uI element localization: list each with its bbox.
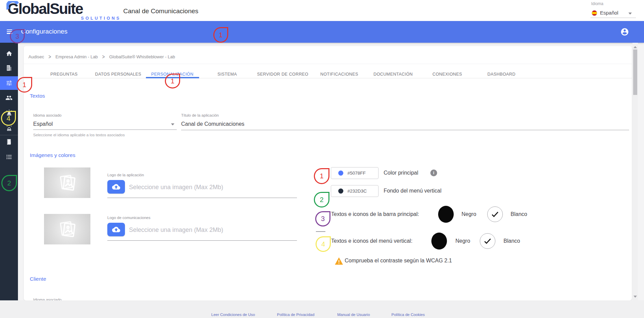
siren-outline-icon — [5, 124, 13, 132]
tab-notificaciones[interactable]: NOTIFICACIONES — [320, 72, 358, 77]
tab-documentacion[interactable]: DOCUMENTACIÓN — [373, 72, 413, 77]
footer-link-manual[interactable]: Manual de Usuario — [337, 313, 370, 317]
app-window: GlobalSuite SOLUTIONS Canal de Comunicac… — [0, 0, 644, 318]
upload-logo-com-button[interactable] — [107, 223, 125, 236]
menu-negro-label: Negro — [455, 238, 470, 244]
language-selector[interactable]: Idioma Español — [591, 1, 637, 19]
footer: Leer Condiciones de Uso Política de Priv… — [0, 300, 644, 318]
vertical-scrollbar[interactable] — [632, 43, 638, 300]
check-icon — [483, 237, 492, 245]
logo-app-file-input[interactable]: Seleccione una imagen (Max 2Mb) — [129, 184, 223, 191]
page-title: Canal de Comunicaciones — [123, 7, 198, 15]
image-placeholder-icon — [57, 218, 78, 240]
section-heading-cliente: Cliente — [30, 276, 46, 282]
barra-principal-label: Textos e iconos de la barra principal: — [331, 211, 419, 217]
sliders-icon — [6, 80, 13, 86]
building-icon — [6, 65, 12, 71]
chevron-right-icon: > — [48, 54, 51, 60]
globalsuite-logo: GlobalSuite SOLUTIONS — [7, 1, 119, 21]
tab-personalizacion[interactable]: PERSONALIZACIÓN — [151, 72, 194, 77]
vertical-menu — [0, 43, 18, 308]
divider-dash — [316, 231, 325, 232]
wcag-warning-text: Comprueba el contraste según la WCAG 2.1 — [345, 258, 452, 264]
sidebar-item-home[interactable] — [0, 47, 18, 60]
logo-com-underline — [107, 240, 297, 241]
appbar: Configuraciones — [0, 21, 644, 43]
barra-blanco-swatch-selected[interactable] — [487, 206, 503, 222]
idioma-underline — [33, 130, 177, 130]
sidebar-item-records[interactable] — [0, 135, 18, 148]
titulo-aplicacion-input[interactable]: Canal de Comunicaciones — [181, 121, 244, 127]
upload-logo-app-button[interactable] — [107, 180, 125, 194]
warning-icon — [335, 257, 343, 265]
list-icon — [6, 154, 13, 160]
color-hex-value: #5078FF — [347, 171, 366, 176]
sidebar-item-list[interactable] — [0, 150, 18, 164]
barra-negro-label: Negro — [461, 211, 476, 217]
chevron-right-icon: > — [102, 54, 105, 60]
logo-arc-icon — [6, 1, 21, 15]
logo-com-file-input[interactable]: Seleccione una imagen (Max 2Mb) — [129, 226, 223, 234]
fondo-menu-label: Fondo del menú vertical — [384, 188, 442, 194]
menu-negro-swatch[interactable] — [431, 233, 447, 250]
logo-com-preview — [44, 214, 90, 244]
spain-flag-icon — [592, 10, 597, 16]
language-label: Idioma — [591, 1, 603, 6]
breadcrumb-item[interactable]: Audisec — [28, 54, 44, 59]
titulo-aplicacion-label: Título de la aplicación — [181, 113, 219, 117]
people-icon — [5, 94, 13, 101]
breadcrumb-item[interactable]: Empresa Admin - Lab — [56, 54, 98, 59]
logo-subtitle: SOLUTIONS — [58, 16, 121, 21]
tab-dashboard[interactable]: DASHBOARD — [488, 72, 516, 77]
tab-preguntas[interactable]: PREGUNTAS — [50, 72, 78, 77]
sidebar-item-settings-active[interactable] — [0, 76, 18, 90]
sidebar-item-users[interactable] — [0, 91, 18, 104]
appbar-title: Configuraciones — [21, 28, 67, 35]
scroll-up-arrow-icon[interactable] — [634, 46, 637, 48]
tab-datos-personales[interactable]: DATOS PERSONALES — [95, 72, 142, 77]
siren-icon — [5, 109, 13, 117]
section-heading-imagenes: Imágenes y colores — [30, 152, 75, 158]
image-placeholder-icon — [57, 172, 78, 194]
info-icon[interactable]: i — [430, 170, 437, 176]
scrollbar-thumb[interactable] — [633, 49, 637, 95]
tab-sistema[interactable]: SISTEMA — [217, 72, 237, 77]
menu-blanco-swatch-selected[interactable] — [480, 233, 495, 249]
language-value: Español — [600, 10, 618, 16]
check-icon — [491, 210, 499, 219]
menu-blanco-label: Blanco — [503, 238, 520, 244]
section-heading-textos: Textos — [30, 93, 45, 99]
titulo-underline — [181, 130, 629, 130]
color-swatch-dot — [338, 171, 343, 176]
account-circle-icon[interactable] — [620, 27, 629, 36]
chevron-down-icon[interactable] — [171, 123, 174, 125]
footer-link-privacidad[interactable]: Política de Privacidad — [277, 313, 315, 317]
footer-link-condiciones[interactable]: Leer Condiciones de Uso — [211, 313, 255, 317]
sidebar-item-company[interactable] — [0, 61, 18, 75]
idioma-asociado-label: Idioma asociado — [33, 113, 62, 117]
logo-app-underline — [107, 198, 297, 198]
idioma-asociado-select[interactable]: Español — [33, 121, 53, 127]
fondo-menu-chip[interactable]: #232D3C — [331, 185, 379, 197]
color-principal-chip[interactable]: #5078FF — [331, 167, 379, 179]
logo-app-preview — [44, 167, 90, 198]
tab-servidor-de-correo[interactable]: SERVIDOR DE CORREO — [257, 72, 308, 77]
content-card: Audisec > Empresa Admin - Lab > GlobalSu… — [24, 46, 632, 300]
barra-negro-swatch[interactable] — [438, 206, 454, 223]
sidebar-item-incidents[interactable] — [0, 121, 18, 135]
idioma-help-text: Seleccione el idioma aplicable a los tex… — [33, 133, 125, 137]
notebook-icon — [6, 139, 12, 145]
logo-app-label: Logo de la aplicación — [107, 173, 144, 177]
breadcrumb-item[interactable]: GlobalSuite® Whistleblower - Lab — [109, 54, 175, 59]
footer-link-cookies[interactable]: Política de Cookies — [391, 313, 425, 317]
cloud-upload-icon — [112, 225, 120, 234]
active-tab-underline — [146, 77, 199, 78]
cliente-idioma-label-partial: Idioma asociado — [33, 298, 62, 300]
menu-vertical-label: Textos e iconos del menú vertical: — [331, 238, 412, 244]
chevron-down-icon[interactable] — [628, 13, 632, 15]
tab-conexiones[interactable]: CONEXIONES — [432, 72, 462, 77]
breadcrumb-divider — [24, 64, 632, 64]
sidebar-item-alerts[interactable] — [0, 106, 18, 120]
scroll-down-arrow-icon[interactable] — [634, 296, 637, 298]
hamburger-menu-icon[interactable] — [7, 29, 12, 34]
